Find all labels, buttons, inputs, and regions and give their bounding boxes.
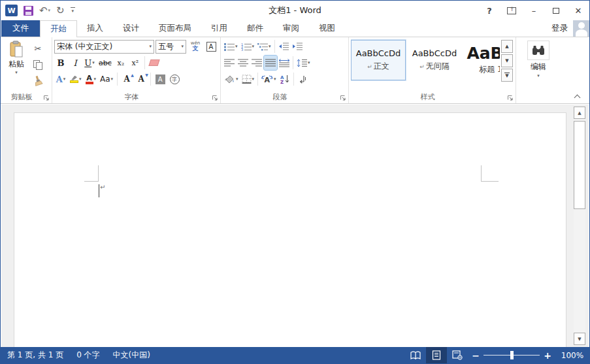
scroll-up-button[interactable]: ▲ [574, 107, 585, 119]
font-color-dropdown-icon[interactable]: ▾ [94, 77, 97, 82]
underline-button[interactable]: U▾ [83, 56, 96, 70]
help-button[interactable]: ? [478, 1, 500, 20]
sort-button[interactable]: A Z [278, 72, 291, 86]
superscript-button[interactable]: x² [129, 56, 142, 70]
borders-button[interactable]: ▾ [240, 72, 256, 86]
styles-more-button[interactable]: ▼ [501, 69, 513, 82]
text-effects-dropdown-icon[interactable]: ▾ [63, 77, 66, 82]
bold-button[interactable]: B [54, 56, 67, 70]
tab-view[interactable]: 视图 [309, 20, 345, 37]
align-right-button[interactable] [250, 56, 263, 70]
show-hide-marks-button[interactable] [296, 72, 309, 86]
multilevel-list-button[interactable]: ▾ [256, 39, 272, 54]
distributed-button[interactable] [278, 56, 291, 70]
minimize-button[interactable]: – [523, 1, 545, 20]
customize-qat-button[interactable]: ▾ [71, 7, 75, 14]
shading-button[interactable]: ▾ [223, 72, 240, 86]
clear-formatting-button[interactable] [148, 56, 161, 70]
numbering-button[interactable]: 1 2 3 ▾ [240, 39, 256, 54]
borders-dropdown-icon[interactable]: ▾ [252, 77, 255, 82]
document-page[interactable] [14, 112, 566, 347]
web-layout-button[interactable] [447, 347, 468, 363]
word-count[interactable]: 0 个字 [70, 347, 106, 363]
phonetic-guide-button[interactable]: wén 文 [188, 39, 203, 54]
grow-font-button[interactable]: A▲ [120, 72, 133, 86]
tab-page-layout[interactable]: 页面布局 [149, 20, 201, 37]
cut-button[interactable]: ✂ [31, 41, 44, 56]
copy-button[interactable] [31, 58, 44, 72]
asian-layout-dropdown-icon[interactable]: ▾ [274, 77, 276, 82]
align-center-button[interactable] [237, 56, 250, 70]
highlight-button[interactable]: ▾ [69, 72, 83, 86]
editing-menu-button[interactable]: 编辑 ▾ [527, 39, 549, 78]
shading-dropdown-icon[interactable]: ▾ [236, 77, 238, 82]
strikethrough-button[interactable]: abc [97, 56, 113, 70]
zoom-out-button[interactable]: − [468, 350, 483, 361]
tab-references[interactable]: 引用 [201, 20, 237, 37]
line-spacing-dropdown-icon[interactable]: ▾ [308, 61, 310, 65]
bullets-button[interactable]: ▾ [223, 39, 239, 54]
zoom-level[interactable]: 100% [555, 351, 589, 360]
line-spacing-button[interactable]: ▾ [295, 56, 312, 70]
tab-insert[interactable]: 插入 [77, 20, 113, 37]
text-effects-button[interactable]: A▾ [54, 72, 67, 86]
character-shading-button[interactable]: A [154, 72, 167, 86]
page-info[interactable]: 第 1 页, 共 1 页 [1, 347, 70, 363]
tab-file[interactable]: 文件 [1, 20, 40, 37]
format-painter-button[interactable] [31, 74, 44, 88]
tab-mailings[interactable]: 邮件 [237, 20, 273, 37]
sign-in-link[interactable]: 登录 [551, 23, 568, 34]
font-dialog-launcher[interactable] [212, 95, 218, 101]
font-size-combo[interactable]: 五号 ▾ [156, 40, 186, 54]
collapse-ribbon-button[interactable] [574, 93, 580, 99]
change-case-button[interactable]: Aa▾ [99, 72, 114, 86]
enclose-characters-button[interactable]: 字 [168, 72, 181, 86]
increase-indent-button[interactable] [291, 39, 304, 54]
print-layout-button[interactable] [426, 347, 447, 363]
style-no-spacing[interactable]: AaBbCcDd ↵无间隔 [407, 40, 462, 80]
font-color-button[interactable]: A ▾ [84, 72, 98, 86]
style-heading-1[interactable]: AaBb 标题 1 [463, 40, 500, 80]
style-normal[interactable]: AaBbCcDd ↵正文 [351, 40, 406, 80]
tab-design[interactable]: 设计 [113, 20, 149, 37]
close-button[interactable]: ✕ [567, 1, 589, 20]
italic-button[interactable]: I [69, 56, 82, 70]
zoom-in-button[interactable]: + [540, 350, 555, 361]
scrollbar-thumb[interactable] [574, 121, 585, 209]
undo-dropdown-icon[interactable]: ▾ [48, 8, 51, 13]
vertical-scrollbar[interactable]: ▲ ▼ [574, 107, 585, 345]
font-size-dropdown-icon[interactable]: ▾ [178, 44, 184, 49]
asian-layout-button[interactable]: A ▾ [260, 72, 278, 86]
styles-scroll-down-button[interactable]: ▼ [501, 54, 513, 67]
clipboard-dialog-launcher[interactable] [43, 95, 50, 101]
undo-button[interactable]: ↶▾ [39, 5, 50, 16]
character-border-button[interactable]: A [205, 39, 218, 54]
underline-dropdown-icon[interactable]: ▾ [92, 61, 95, 65]
editing-dropdown-icon[interactable]: ▾ [537, 74, 540, 78]
paragraph-dialog-launcher[interactable] [340, 95, 346, 101]
align-left-button[interactable] [223, 56, 236, 70]
styles-dialog-launcher[interactable] [507, 95, 514, 101]
font-name-dropdown-icon[interactable]: ▾ [146, 44, 152, 49]
save-button[interactable] [24, 6, 33, 16]
read-mode-button[interactable] [405, 347, 426, 363]
paste-button[interactable]: 粘贴 ▾ [3, 39, 30, 91]
shrink-font-button[interactable]: A▼ [135, 72, 148, 86]
zoom-slider-thumb[interactable] [510, 351, 514, 359]
redo-button[interactable]: ↻ [56, 5, 65, 16]
justify-button[interactable] [264, 56, 277, 70]
language-status[interactable]: 中文(中国) [107, 347, 157, 363]
bullets-dropdown-icon[interactable]: ▾ [235, 44, 238, 49]
paste-dropdown-icon[interactable]: ▾ [15, 71, 18, 75]
tab-home[interactable]: 开始 [40, 20, 77, 37]
font-name-combo[interactable]: 宋体 (中文正文) ▾ [54, 40, 154, 54]
tab-review[interactable]: 审阅 [273, 20, 309, 37]
scroll-down-button[interactable]: ▼ [574, 333, 585, 345]
styles-scroll-up-button[interactable]: ▲ [501, 40, 513, 53]
numbering-dropdown-icon[interactable]: ▾ [252, 44, 255, 49]
maximize-button[interactable] [545, 1, 567, 20]
user-avatar-icon[interactable] [573, 20, 589, 37]
zoom-slider[interactable] [483, 347, 540, 363]
ribbon-display-options-button[interactable] [500, 1, 523, 20]
change-case-dropdown-icon[interactable]: ▾ [111, 77, 114, 82]
